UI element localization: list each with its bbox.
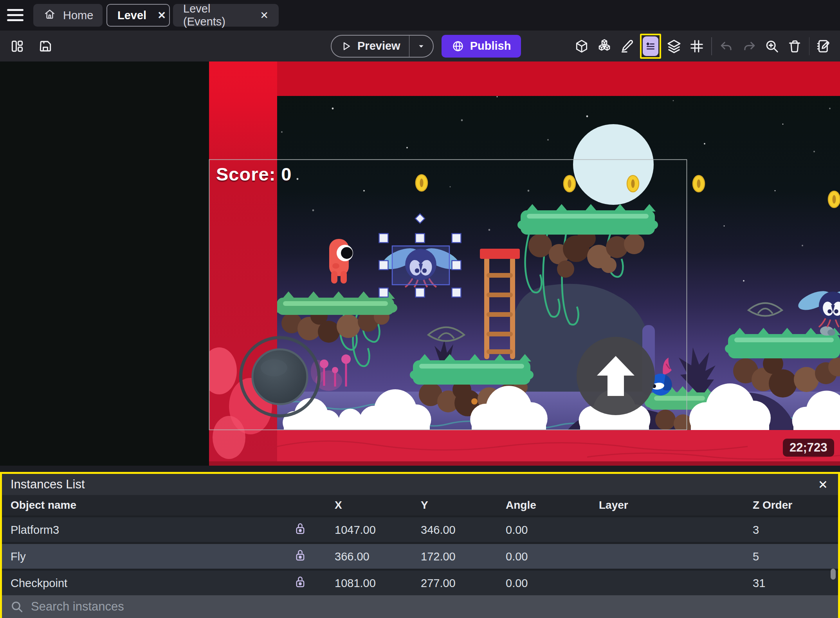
- instance-name: Platform3: [11, 523, 59, 536]
- tab-home-label: Home: [63, 9, 93, 22]
- scene-art: [0, 61, 840, 473]
- panel-title: Instances List: [11, 477, 85, 492]
- instance-x: 366.00: [335, 550, 370, 563]
- scene-canvas[interactable]: Score: 0 22;723: [0, 61, 840, 473]
- zoom-in-icon[interactable]: [761, 38, 783, 55]
- lock-open-icon[interactable]: [295, 549, 306, 564]
- resize-handle[interactable]: [416, 288, 425, 297]
- instances-table-header: Object name X Y Angle Layer Z Order: [2, 495, 838, 515]
- bottom-red-band: [0, 430, 840, 473]
- instance-y: 172.00: [421, 550, 456, 563]
- save-icon[interactable]: [37, 38, 54, 55]
- tab-level-events[interactable]: Level (Events) ✕: [173, 4, 279, 27]
- resize-handle[interactable]: [452, 234, 461, 243]
- layers-button[interactable]: [663, 38, 685, 55]
- redo-button[interactable]: [738, 38, 761, 55]
- 3d-box-button[interactable]: [570, 38, 593, 55]
- jump-button[interactable]: [577, 337, 655, 415]
- search-icon: [11, 600, 23, 613]
- close-icon[interactable]: ✕: [157, 9, 166, 22]
- tab-level-events-label: Level (Events): [183, 2, 249, 28]
- chevron-down-icon: [416, 42, 426, 51]
- instances-list-icon: [643, 36, 658, 56]
- column-x: X: [335, 499, 342, 511]
- instance-z-order: 5: [753, 550, 759, 563]
- undo-button[interactable]: [715, 38, 738, 55]
- resize-handle[interactable]: [452, 261, 461, 270]
- instance-name: Fly: [11, 550, 26, 563]
- coin[interactable]: [828, 191, 840, 208]
- column-angle: Angle: [506, 499, 536, 511]
- instance-z-order: 31: [753, 576, 765, 589]
- instance-angle: 0.00: [506, 523, 528, 536]
- lock-open-icon[interactable]: [295, 522, 306, 537]
- coin[interactable]: [416, 175, 427, 191]
- top-red-band: [209, 61, 840, 96]
- table-row[interactable]: Checkpoint 1081.00 277.00 0.00 31: [2, 571, 838, 595]
- scene-properties-edit-button[interactable]: [813, 38, 835, 55]
- instance-angle: 0.00: [506, 576, 528, 589]
- instance-x: 1081.00: [335, 576, 376, 589]
- instances-list-button[interactable]: [640, 34, 661, 59]
- preview-dropdown-button[interactable]: [409, 36, 433, 57]
- instance-angle: 0.00: [506, 550, 528, 563]
- column-layer: Layer: [599, 499, 628, 511]
- menu-icon[interactable]: [7, 9, 24, 22]
- table-row-selected[interactable]: Fly 366.00 172.00 0.00 5: [2, 544, 838, 569]
- play-icon: [340, 40, 352, 52]
- joystick-control[interactable]: [241, 338, 319, 416]
- instance-z-order: 3: [753, 523, 759, 536]
- publish-label: Publish: [470, 40, 511, 52]
- instance-name: Checkpoint: [11, 576, 67, 589]
- grid-button[interactable]: [685, 38, 708, 55]
- preview-label: Preview: [357, 40, 400, 52]
- coin[interactable]: [627, 175, 639, 192]
- tab-home[interactable]: Home: [33, 4, 103, 27]
- layout-panels-button[interactable]: [9, 38, 26, 55]
- column-y: Y: [421, 499, 428, 511]
- tab-bar: Home Level ✕ Level (Events) ✕: [0, 0, 840, 31]
- home-icon: [43, 8, 56, 23]
- publish-button[interactable]: Publish: [442, 35, 521, 58]
- close-icon[interactable]: ✕: [260, 9, 269, 22]
- table-row[interactable]: Platform3 1047.00 346.00 0.00 3: [2, 517, 838, 542]
- tab-level-label: Level: [117, 9, 146, 22]
- resize-handle[interactable]: [416, 234, 425, 243]
- scrollbar-thumb[interactable]: [831, 569, 836, 580]
- close-icon[interactable]: ✕: [818, 478, 828, 492]
- column-object-name: Object name: [11, 499, 76, 511]
- lock-open-icon[interactable]: [295, 575, 306, 591]
- instance-x: 1047.00: [335, 523, 376, 536]
- selection-overlay: [392, 246, 449, 285]
- globe-icon: [452, 40, 464, 52]
- gdevelop-editor: Home Level ✕ Level (Events) ✕: [0, 0, 840, 618]
- trash-icon[interactable]: [783, 38, 806, 55]
- resize-handle[interactable]: [452, 288, 461, 297]
- moon[interactable]: [573, 124, 654, 205]
- resize-handle[interactable]: [379, 288, 388, 297]
- resize-handle[interactable]: [379, 234, 388, 243]
- toolbar: Preview Publish: [0, 31, 840, 61]
- resize-handle[interactable]: [379, 261, 388, 270]
- objects-button[interactable]: [593, 38, 616, 55]
- instances-list-panel: Instances List ✕ Object name X Y Angle L…: [0, 472, 840, 618]
- instance-y: 277.00: [421, 576, 456, 589]
- column-z-order: Z Order: [753, 499, 792, 511]
- search-instances-input[interactable]: [31, 600, 383, 614]
- coin[interactable]: [693, 175, 705, 192]
- instance-y: 346.00: [421, 523, 456, 536]
- tab-level[interactable]: Level ✕: [106, 4, 170, 27]
- preview-button[interactable]: Preview: [331, 35, 434, 58]
- score-text-object[interactable]: Score: 0: [216, 163, 292, 185]
- edit-pencil-button[interactable]: [616, 38, 638, 55]
- coin[interactable]: [564, 175, 575, 192]
- cursor-coordinates-badge: 22;723: [783, 439, 834, 457]
